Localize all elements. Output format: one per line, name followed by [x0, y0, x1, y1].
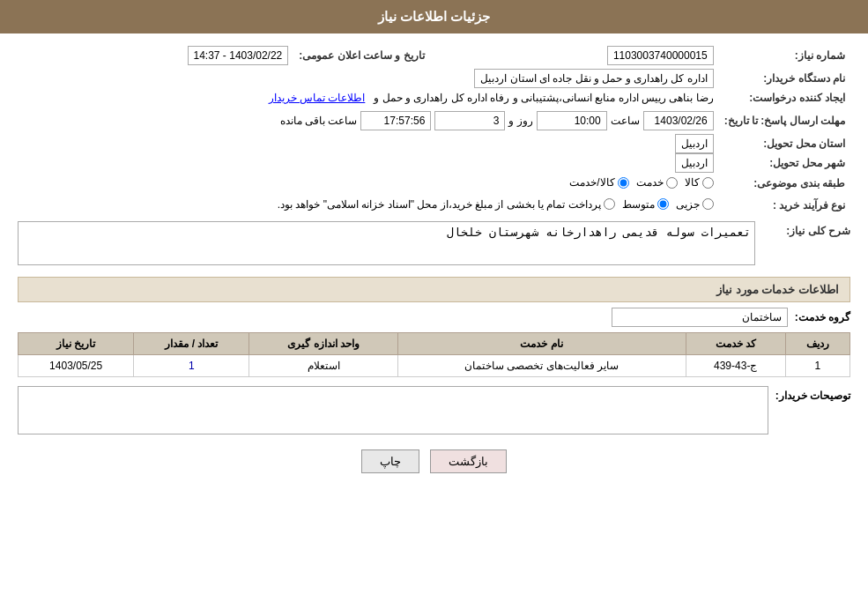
buyer-org-row: نام دستگاه خریدار: اداره کل راهداری و حم…	[18, 69, 850, 88]
announce-date-label: تاریخ و ساعت اعلان عمومی:	[293, 42, 429, 69]
cell-service-code: ج-43-439	[686, 355, 785, 377]
buyer-org-label: نام دستگاه خریدار:	[719, 69, 850, 88]
creator-value: رضا بناهی رییس اداره منابع انسانی،پشتیبا…	[374, 92, 713, 104]
category-row: طبقه بندی موضوعی: کالا خدمت	[18, 173, 850, 195]
category-label-kala: کالا	[685, 176, 700, 189]
col-quantity: تعداد / مقدار	[134, 333, 249, 355]
table-header-row: ردیف کد خدمت نام خدمت واحد اندازه گیری ت…	[19, 333, 850, 355]
purchase-type-label: نوع فرآیند خرید :	[719, 195, 850, 217]
category-radio-khedmat[interactable]	[666, 177, 678, 189]
need-desc-label: شرح کلی نیاز:	[762, 221, 850, 237]
category-label: طبقه بندی موضوعی:	[719, 173, 850, 195]
province-label: استان محل تحویل:	[719, 134, 850, 153]
need-desc-section: شرح کلی نیاز: تعمیرات سوله قدیمی راهدارخ…	[18, 221, 850, 268]
cell-date: 1403/05/25	[19, 355, 134, 377]
back-button[interactable]: بازگشت	[430, 449, 507, 473]
city-value: اردبیل	[675, 153, 714, 173]
cell-quantity: 1	[134, 355, 249, 377]
reply-deadline-row-flex: 1403/02/26 ساعت 10:00 روز و 3 17:57:56 س…	[23, 111, 714, 130]
buyer-org-value: اداره کل راهداری و حمل و نقل جاده ای است…	[474, 69, 713, 88]
table-body: 1 ج-43-439 سایر فعالیت‌های تخصصی ساختمان…	[19, 355, 850, 377]
purchase-type-label-esnad: پرداخت تمام یا بخشی از مبلغ خرید،از محل …	[278, 198, 601, 211]
table-row: 1 ج-43-439 سایر فعالیت‌های تخصصی ساختمان…	[19, 355, 850, 377]
page-title: جزئیات اطلاعات نیاز	[378, 9, 490, 24]
col-unit: واحد اندازه گیری	[249, 333, 397, 355]
cell-row-num: 1	[785, 355, 849, 377]
province-value: اردبیل	[675, 134, 714, 153]
buyer-notes-section: توصیحات خریدار:	[18, 386, 850, 437]
purchase-type-esnad[interactable]: پرداخت تمام یا بخشی از مبلغ خرید،از محل …	[278, 198, 615, 211]
services-section-header: اطلاعات خدمات مورد نیاز	[18, 277, 850, 302]
buyer-notes-textarea[interactable]	[18, 386, 768, 434]
purchase-type-label-jozi: جزیی	[676, 198, 700, 211]
city-row: شهر محل تحویل: اردبیل	[18, 153, 850, 173]
purchase-type-radio-jozi[interactable]	[702, 198, 714, 210]
category-label-khedmat: خدمت	[636, 176, 664, 189]
reply-days-label: روز و	[508, 115, 532, 127]
reply-time-label: ساعت	[611, 115, 640, 127]
category-option-khedmat[interactable]: خدمت	[636, 176, 678, 189]
category-radio-group: کالا خدمت کالا/خدمت	[569, 176, 713, 189]
col-date: تاریخ نیاز	[19, 333, 134, 355]
category-option-kala-khedmat[interactable]: کالا/خدمت	[569, 176, 628, 189]
category-radio-kala-khedmat[interactable]	[618, 177, 629, 189]
purchase-type-label-mota: متوسط	[622, 198, 655, 211]
buyer-notes-wrap	[18, 386, 768, 437]
reply-date: 1403/02/26	[643, 111, 714, 130]
reply-deadline-label: مهلت ارسال پاسخ: تا تاریخ:	[719, 108, 850, 134]
service-group-label: گروه خدمت:	[795, 311, 850, 323]
need-desc-textarea[interactable]: تعمیرات سوله قدیمی راهدارخانه شهرستان خل…	[18, 221, 755, 265]
province-row: استان محل تحویل: اردبیل	[18, 134, 850, 153]
page-header: جزئیات اطلاعات نیاز	[0, 0, 868, 33]
page-wrapper: جزئیات اطلاعات نیاز شماره نیاز: 11030037…	[0, 0, 868, 609]
category-option-kala[interactable]: کالا	[685, 176, 714, 189]
col-service-code: کد خدمت	[686, 333, 785, 355]
city-label: شهر محل تحویل:	[719, 153, 850, 173]
creator-contact-link[interactable]: اطلاعات تماس خریدار	[269, 92, 366, 104]
purchase-type-mota[interactable]: متوسط	[622, 198, 669, 211]
purchase-type-jozi[interactable]: جزیی	[676, 198, 714, 211]
purchase-type-radio-mota[interactable]	[657, 198, 669, 210]
category-radio-kala[interactable]	[702, 177, 714, 189]
services-table: ردیف کد خدمت نام خدمت واحد اندازه گیری ت…	[18, 332, 850, 377]
announce-date-value: 1403/02/22 - 14:37	[188, 46, 289, 65]
service-group-value: ساختمان	[612, 308, 788, 327]
content-area: شماره نیاز: 1103003740000015 تاریخ و ساع…	[0, 33, 868, 491]
need-desc-wrap: تعمیرات سوله قدیمی راهدارخانه شهرستان خل…	[18, 221, 755, 268]
remaining-time: 17:57:56	[360, 111, 431, 130]
reply-deadline-row: مهلت ارسال پاسخ: تا تاریخ: 1403/02/26 سا…	[18, 108, 850, 134]
cell-service-name: سایر فعالیت‌های تخصصی ساختمان	[397, 355, 686, 377]
col-row-num: ردیف	[785, 333, 849, 355]
need-number-row: شماره نیاز: 1103003740000015 تاریخ و ساع…	[18, 42, 850, 69]
service-group-row: گروه خدمت: ساختمان	[18, 308, 850, 327]
reply-days: 3	[434, 111, 505, 130]
creator-row: ایجاد کننده درخواست: رضا بناهی رییس ادار…	[18, 88, 850, 108]
purchase-type-radio-group: جزیی متوسط پرداخت تمام یا بخشی از مبلغ خ…	[278, 198, 714, 211]
need-number-value: 1103003740000015	[607, 46, 714, 65]
buyer-notes-label: توصیحات خریدار:	[775, 386, 850, 402]
need-number-label: شماره نیاز:	[719, 42, 850, 69]
purchase-type-radio-esnad[interactable]	[604, 198, 615, 210]
creator-label: ایجاد کننده درخواست:	[719, 88, 850, 108]
info-table: شماره نیاز: 1103003740000015 تاریخ و ساع…	[18, 42, 850, 216]
button-row: بازگشت چاپ	[18, 449, 850, 473]
remaining-label: ساعت باقی مانده	[280, 115, 358, 127]
reply-time: 10:00	[537, 111, 607, 130]
col-service-name: نام خدمت	[397, 333, 686, 355]
purchase-type-row: نوع فرآیند خرید : جزیی متوسط	[18, 195, 850, 217]
cell-unit: استعلام	[249, 355, 397, 377]
print-button[interactable]: چاپ	[361, 449, 419, 473]
category-label-kala-khedmat: کالا/خدمت	[569, 176, 614, 189]
